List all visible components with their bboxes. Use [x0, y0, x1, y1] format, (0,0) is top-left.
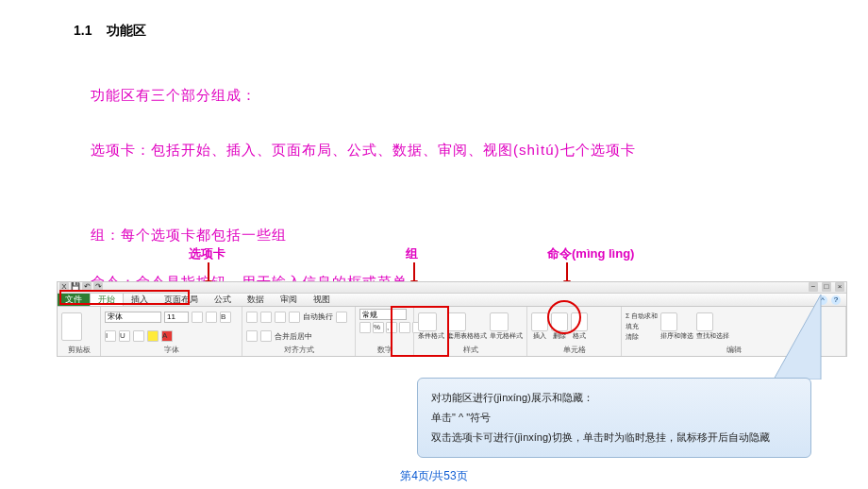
group-label: 样式 [418, 345, 523, 356]
style-label: 单元格样式 [490, 331, 523, 341]
percent-icon[interactable]: % [373, 322, 384, 333]
increase-decimal-icon[interactable] [399, 322, 410, 333]
cell-label: 格式 [571, 331, 588, 341]
italic-icon[interactable]: I [105, 330, 116, 342]
group-cells: 插入 删除 格式 单元格 [527, 307, 622, 356]
table-format-button[interactable] [447, 312, 466, 331]
excel-ribbon: X 💾 ↶ ↷ − □ × 文件 开始 插入 页面布局 公式 数据 审阅 视图 … [57, 281, 847, 357]
number-format-select[interactable] [359, 309, 407, 320]
border-icon[interactable] [133, 330, 144, 342]
sort-filter-button[interactable] [660, 312, 677, 331]
annotation-command-label: 命令(mìng lìng) [547, 245, 634, 262]
close-icon[interactable]: × [835, 282, 844, 292]
orientation-icon[interactable] [289, 312, 300, 323]
delete-cells-button[interactable] [551, 312, 568, 331]
tab-review[interactable]: 审阅 [273, 294, 306, 306]
conditional-format-button[interactable] [418, 312, 437, 331]
annotation-group-label: 组 [406, 245, 418, 262]
redo-icon[interactable]: ↷ [93, 282, 103, 292]
align-right-icon[interactable] [260, 330, 272, 342]
annotation-arrow [208, 262, 209, 281]
clear-button[interactable]: 清除 [626, 332, 658, 342]
bold-icon[interactable]: B [220, 312, 231, 323]
tabs-description: 选项卡：包括开始、插入、页面布局、公式、数据、审阅、视图(shìtú)七个选项卡 [91, 134, 713, 165]
paste-button[interactable] [61, 312, 82, 341]
group-styles: 条件格式 套用表格格式 单元格样式 样式 [414, 307, 527, 356]
font-name-input[interactable] [105, 312, 161, 323]
group-clipboard: 剪贴板 [58, 307, 101, 356]
intro-line: 功能区有三个部分组成： [91, 87, 257, 105]
wrap-text-button[interactable]: 自动换行 [303, 312, 333, 322]
cell-label: 插入 [531, 331, 548, 341]
autosum-button[interactable]: Σ 自动求和 [626, 312, 658, 321]
tab-home[interactable]: 开始 [90, 294, 124, 306]
find-select-button[interactable] [696, 312, 713, 331]
section-title: 功能区 [107, 23, 146, 38]
help-icon[interactable]: ? [831, 295, 841, 305]
annotation-arrow [413, 262, 415, 281]
maximize-icon[interactable]: □ [822, 282, 831, 292]
underline-icon[interactable]: U [119, 330, 130, 342]
group-label: 单元格 [531, 345, 617, 356]
comma-icon[interactable]: , [386, 322, 397, 333]
cell-label: 删除 [551, 331, 568, 341]
align-left-icon[interactable] [336, 312, 347, 323]
edit-label: 排序和筛选 [660, 331, 693, 341]
increase-font-icon[interactable] [192, 312, 203, 323]
undo-icon[interactable]: ↶ [82, 282, 92, 292]
font-color-icon[interactable]: A [161, 330, 173, 342]
group-label: 字体 [105, 345, 238, 356]
group-label: 数字 [359, 345, 409, 356]
group-font: B I U A 字体 [101, 307, 242, 356]
file-button[interactable]: 文件 [58, 294, 90, 306]
minimize-icon[interactable]: − [809, 282, 818, 292]
style-label: 套用表格格式 [447, 331, 487, 341]
decrease-font-icon[interactable] [206, 312, 217, 323]
fill-color-icon[interactable] [147, 330, 159, 342]
align-center-icon[interactable] [246, 330, 258, 342]
svg-marker-0 [774, 295, 821, 379]
tab-page-layout[interactable]: 页面布局 [157, 294, 207, 306]
currency-icon[interactable] [359, 322, 371, 333]
tab-data[interactable]: 数据 [240, 294, 273, 306]
group-number: % , 数字 [356, 307, 414, 356]
format-cells-button[interactable] [571, 312, 588, 331]
annotation-arrow [566, 262, 568, 281]
ribbon-tabs-row: 文件 开始 插入 页面布局 公式 数据 审阅 视图 ^ ? [58, 294, 846, 307]
insert-cells-button[interactable] [531, 312, 548, 331]
align-bottom-icon[interactable] [275, 312, 286, 323]
tab-formulas[interactable]: 公式 [207, 294, 240, 306]
callout-line2: 单击" ^ "符号 [431, 408, 797, 428]
tab-view[interactable]: 视图 [306, 294, 339, 306]
merge-center-button[interactable]: 合并后居中 [275, 331, 312, 342]
groups-description: 组：每个选项卡都包括一些组 [91, 227, 287, 244]
cell-style-button[interactable] [490, 312, 509, 331]
group-alignment: 自动换行 合并后居中 对齐方式 [242, 307, 356, 356]
title-bar: X 💾 ↶ ↷ − □ × [58, 282, 846, 294]
align-top-icon[interactable] [246, 312, 258, 323]
align-middle-icon[interactable] [260, 312, 272, 323]
group-label: 剪贴板 [61, 345, 96, 356]
ribbon-groups-row: 剪贴板 B I U A 字体 自动换行 [58, 307, 846, 356]
callout-line1: 对功能区进行(jìnxíng)展示和隐藏： [431, 388, 797, 408]
group-label: 对齐方式 [246, 345, 351, 356]
excel-icon: X [59, 282, 69, 292]
page-footer: 第4页/共53页 [0, 468, 868, 484]
tab-insert[interactable]: 插入 [124, 294, 157, 306]
edit-label: 查找和选择 [696, 331, 729, 341]
save-icon[interactable]: 💾 [71, 282, 80, 292]
section-header: 1.1 功能区 [74, 23, 146, 40]
font-size-input[interactable] [164, 312, 189, 323]
callout-tip: 对功能区进行(jìnxíng)展示和隐藏： 单击" ^ "符号 双击选项卡可进行… [417, 378, 811, 458]
style-label: 条件格式 [418, 331, 444, 341]
callout-line3: 双击选项卡可进行(jìnxíng)切换，单击时为临时悬挂，鼠标移开后自动隐藏 [431, 428, 797, 447]
fill-button[interactable]: 填充 [626, 322, 658, 331]
annotation-tab-label: 选项卡 [189, 245, 225, 262]
section-number: 1.1 [74, 23, 92, 38]
